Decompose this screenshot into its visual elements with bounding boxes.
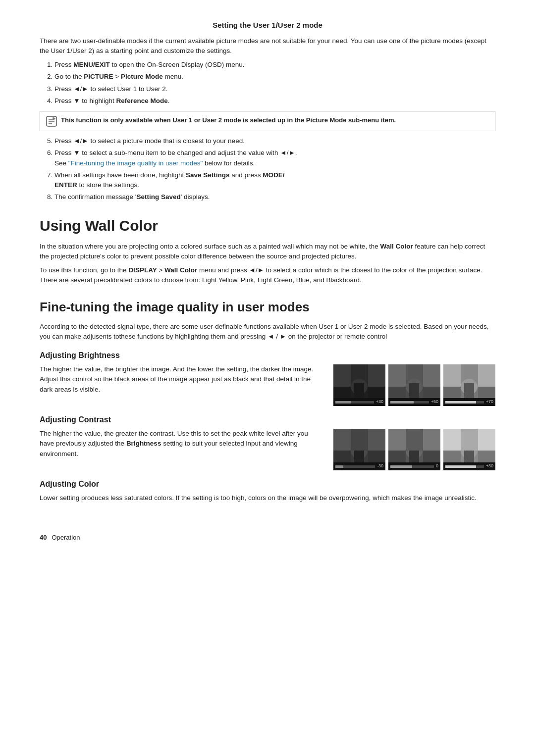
step-1: Press MENU/EXIT to open the On-Screen Di… (54, 60, 495, 70)
contrast-label-2: 0 (436, 463, 438, 470)
step-4: Press ▼ to highlight Reference Mode. (54, 96, 495, 106)
wall-color-menu-bold: Wall Color (164, 266, 197, 274)
note-icon (46, 116, 57, 127)
wall-color-para1: In the situation where you are projectin… (40, 242, 495, 262)
wall-color-title: Using Wall Color (40, 214, 495, 237)
wall-color-para2: To use this function, go to the DISPLAY … (40, 265, 495, 286)
brightness-img-2: +50 (388, 364, 440, 406)
brightness-text: The higher the value, the brighter the i… (40, 364, 323, 399)
contrast-body: The higher the value, the greater the co… (40, 429, 323, 459)
brightness-body: The higher the value, the brighter the i… (40, 364, 323, 395)
step-7: When all settings have been done, highli… (54, 170, 495, 191)
fine-tuning-intro: According to the detected signal type, t… (40, 322, 495, 342)
contrast-img-1: -30 (333, 429, 385, 470)
step-3: Press ◄/► to select User 1 to User 2. (54, 84, 495, 94)
step8-key: Setting Saved (136, 193, 180, 201)
display-bold: DISPLAY (128, 266, 157, 274)
step2-key1: PICTURE (84, 73, 113, 80)
color-body: Lower setting produces less saturated co… (40, 493, 495, 503)
contrast-img-2: 0 (388, 429, 440, 470)
fine-tuning-link[interactable]: "Fine-tuning the image quality in user m… (68, 159, 203, 167)
fine-tuning-title: Fine-tuning the image quality in user mo… (40, 298, 495, 317)
brightness-arch-2-svg (388, 364, 440, 398)
section-wall-color: Using Wall Color In the situation where … (40, 214, 495, 286)
svg-rect-27 (464, 383, 474, 398)
step-2: Go to the PICTURE > Picture Mode menu. (54, 72, 495, 82)
contrast-arch-3-svg (443, 429, 495, 462)
step-8: The confirmation message 'Setting Saved'… (54, 192, 495, 202)
brightness-images: +30 (333, 364, 495, 406)
contrast-section: The higher the value, the greater the co… (40, 429, 495, 470)
brightness-img-1: +30 (333, 364, 385, 406)
contrast-arch-1-svg (333, 429, 385, 462)
wall-color-bold1: Wall Color (380, 243, 413, 250)
contrast-text: The higher the value, the greater the co… (40, 429, 323, 463)
svg-rect-9 (354, 383, 364, 398)
svg-rect-18 (409, 383, 419, 398)
brightness-img-3: +70 (443, 364, 495, 406)
contrast-label-1: -30 (377, 463, 383, 470)
brightness-arch-3-svg (443, 364, 495, 398)
section-contrast: Adjusting Contrast The higher the value,… (40, 414, 495, 470)
step1-key: MENU/EXIT (73, 61, 110, 68)
page-number: 40 (40, 533, 47, 543)
contrast-images: -30 (333, 429, 495, 470)
step-6: Press ▼ to select a sub-menu item to be … (54, 148, 495, 168)
svg-rect-34 (351, 429, 368, 451)
section-fine-tuning: Fine-tuning the image quality in user mo… (40, 298, 495, 504)
brightness-title: Adjusting Brightness (40, 350, 495, 361)
svg-rect-0 (47, 116, 56, 126)
section-brightness: Adjusting Brightness The higher the valu… (40, 350, 495, 406)
brightness-label-2: +50 (431, 399, 438, 405)
setting-user-mode-title: Setting the User 1/User 2 mode (40, 20, 495, 31)
section-color: Adjusting Color Lower setting produces l… (40, 478, 495, 503)
contrast-arch-2-svg (388, 429, 440, 462)
contrast-brightness-bold: Brightness (126, 440, 161, 447)
page-footer: 40 Operation (40, 533, 495, 543)
svg-rect-41 (406, 429, 423, 451)
note-text: This function is only available when Use… (61, 115, 396, 125)
contrast-label-3: +30 (486, 463, 493, 470)
setting-user-mode-intro: There are two user-definable modes if th… (40, 36, 495, 56)
brightness-label-1: +30 (376, 399, 383, 405)
page-section: Operation (52, 533, 80, 543)
step7-key1: Save Settings (186, 171, 230, 179)
brightness-label-3: +70 (486, 399, 493, 405)
contrast-title: Adjusting Contrast (40, 414, 495, 426)
color-title: Adjusting Color (40, 478, 495, 490)
step-5: Press ◄/► to select a picture mode that … (54, 136, 495, 146)
contrast-img-3: +30 (443, 429, 495, 470)
brightness-section: The higher the value, the brighter the i… (40, 364, 495, 406)
note-box: This function is only available when Use… (40, 111, 495, 131)
section-setting-user-mode: Setting the User 1/User 2 mode There are… (40, 20, 495, 202)
step4-key: Reference Mode (116, 97, 167, 104)
step2-key2: Picture Mode (121, 73, 163, 80)
svg-rect-48 (461, 429, 478, 451)
brightness-arch-1-svg (333, 364, 385, 398)
step7-key2: MODE/ENTER (54, 171, 285, 189)
